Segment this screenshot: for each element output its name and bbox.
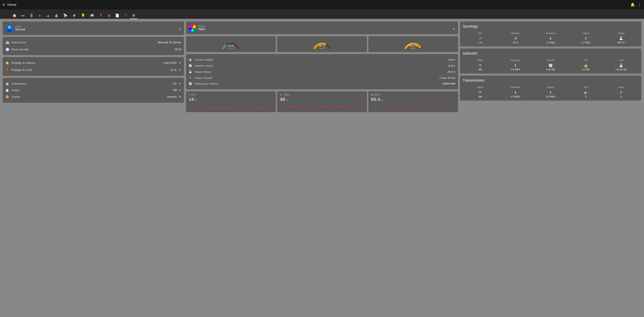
disk-icon: 💾 [189,70,193,73]
topbar: ≡ Home 🔔 ⋮ [0,0,644,10]
temp-gauge-card: 48 °C TEMP [277,36,367,52]
sabnzbd-status-value: Idle [463,68,498,71]
nav-doc-icon: 📄 [115,14,120,18]
mem-gauge-label: MEM [404,48,422,49]
theme-label: Themes [198,25,455,27]
sabnzbd-dl-value: 0.0 MB/s [498,68,533,71]
temp-stat-card: 🌡 TEMP 48 °C [277,91,367,112]
uptime-row: ⏱ Temps d'activité 1 hour, 29 min [189,75,455,81]
sabnzbd-status-icon: 👁 [463,64,498,68]
temp-sparkline [280,103,364,110]
main-content: Profils Normal ▼ 📅 Date du jour Mercredi… [0,19,644,115]
nav-weather-icon: ☁ [46,14,50,18]
theme-select[interactable]: Night ▼ [198,27,455,31]
stats-row: ≡ CPU 14 % 🌡 TEMP [186,91,458,112]
nav-home-icon: 🏠 [12,14,16,18]
nav-shield[interactable]: 🛡 [122,12,130,19]
nav-weather[interactable]: ☁ [44,12,52,19]
nav-bulb-icon: 💡 [81,14,85,18]
synology-mem-value: 41 % [498,41,533,44]
latest-value: 0.85.1 [448,64,455,67]
nav-bulb[interactable]: 💡 [79,12,88,19]
nav-doc[interactable]: 📄 [113,12,122,19]
hassio-icon: 🏠 [189,58,193,61]
transmission-card: Transmission Statut Download Upload Acti… [460,76,641,101]
synology-card: Synology CPU Memoire Download Upload Dis… [460,22,641,47]
synology-disk-icon: 💾 [604,37,639,41]
nav-cast[interactable]: 📡 [61,12,70,19]
more-options-icon[interactable]: ⋮ [638,3,641,7]
synology-header-cpu: CPU [463,31,498,35]
nav-home[interactable]: 🏠 [10,12,19,19]
sabnzbd-file-value: 0.0 MB [568,68,604,71]
automations-label: Automations [12,82,171,85]
mem-gauge-card: 66.4 % MEM [368,36,458,52]
automations-value: On [173,82,176,85]
restart-row: 🔃 Redémarrer HASSIO EXÉCUTER [189,81,455,87]
transmission-values: idle 0.0 MB/s 0.0 MB/s 0 0 [463,95,639,98]
transmission-headers: Statut Download Upload Actif Pause [463,85,639,89]
version-value: 0.85.1 [448,58,455,61]
scenes-icon: 🎨 [5,95,10,99]
sabnzbd-free-value: 110.30 GB [604,68,639,71]
scenes-value: Inconnu [167,95,176,98]
transmission-header-active: Actif [569,85,604,89]
nav-cast-icon: 📡 [63,14,68,18]
transmission-dl-value: 0.0 MB/s [498,95,533,98]
restart-execute-button[interactable]: EXÉCUTER [443,83,455,85]
automations-chevron-icon: ▼ [178,82,181,85]
sabnzbd-title: Sabnzbd [463,51,639,56]
gauges-row: 14 % CPU 48 °C TEMP [186,36,458,52]
notification-bell-icon[interactable]: 🔔 [630,3,635,7]
nav-door[interactable]: 🚪 [27,12,36,19]
update-icon: 🔄 [189,64,193,67]
sabnzbd-rest-value: 0.00 MB [533,68,568,71]
sabnzbd-header-file: File [569,58,604,62]
profile-value: Normal [16,28,25,31]
nav-water[interactable]: 💧 [52,12,61,19]
alarm-execute-button[interactable]: EXÉCUTER [164,62,176,64]
profile-select[interactable]: Normal ▼ [16,28,181,31]
color-wheel-icon [189,24,196,32]
mem-gauge: 66.4 % MEM [404,38,422,50]
mem-gauge-value: 66.4 % [404,44,422,47]
nav-grid[interactable]: ⊞ [105,12,113,19]
sabnzbd-file-icon: 🥧 [568,64,604,68]
synology-dl-icon: ⬇ [533,37,568,41]
nav-thermostat[interactable]: 🌡 [36,12,44,19]
time-value: 15:14 [174,48,181,51]
cpu-gauge-card: 14 % CPU [186,36,276,52]
transmission-active-value: 0 [568,95,604,98]
scripts-chevron-icon: ▼ [178,89,181,92]
nav-bed[interactable]: 🛏 [19,12,27,19]
sabnzbd-header-free: Libre [604,58,639,62]
nav-bolt[interactable]: ⚡ [70,12,79,19]
automations-row: 🏠 Automations On ▼ [5,81,181,87]
transmission-status-icon: 👁 [463,91,498,95]
alarm-row: 🔔 Réglage de l'alarme EXÉCUTER ▼ [5,60,181,66]
latest-label: Dernière version [195,64,446,67]
hamburger-icon[interactable]: ≡ [3,3,5,7]
synology-values: 1 % 41 % 1.4 Kbps 1.7 Kbps 99.0 % [463,41,639,44]
sabnzbd-dl-icon: ⬇ [498,64,533,68]
scripts-label: Scripts [12,89,171,92]
nav-map[interactable]: 📍 [96,12,105,19]
version-label: Version installée [195,58,446,61]
datetime-card: 📅 Date du jour Mercredi 16 Janvier 🕐 Heu… [3,37,184,55]
disk-value: 26.6 % [448,70,455,73]
nav-settings[interactable]: ⚙ [130,12,138,19]
nav-speaker[interactable]: 📢 [88,12,96,19]
transmission-status-value: idle [463,95,498,98]
svg-point-3 [8,26,11,29]
scripts-row: 📋 Scripts Off ▼ [5,87,181,94]
date-value: Mercredi 16 Janvier [158,41,182,44]
mem-sparkline [371,103,455,110]
synology-mem-icon: 🖥 [498,37,533,41]
reveil-label: Réglage du réveil [12,69,169,72]
icon-navbar: 🏠 🛏 🚪 🌡 ☁ 💧 📡 ⚡ 💡 📢 📍 ⊞ 📄 🛡 ⚙ [0,10,644,19]
scripts-value: Off [173,89,176,92]
nav-settings-icon: ⚙ [132,14,135,18]
sabnzbd-header-rest: Restant [533,58,568,62]
restart-label: Redémarrer HASSIO [195,82,441,85]
synology-header-ul: Upload [569,31,604,35]
